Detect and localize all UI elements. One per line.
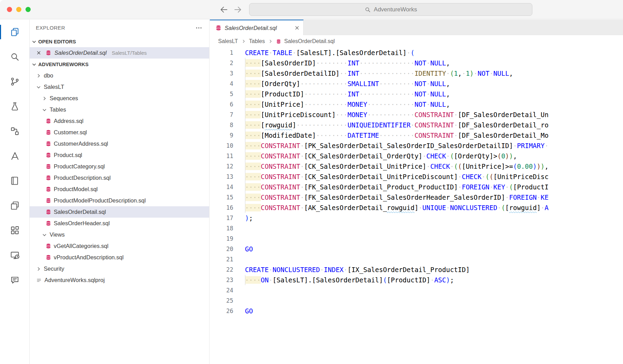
activity-tests-button[interactable] [0,94,29,119]
code-viewport[interactable]: 1CREATE·TABLE·[SalesLT].[SalesOrderDetai… [210,48,549,364]
code-line[interactable]: 5····[ProductID]···········INT··········… [210,89,549,99]
tree-item-label: ProductDescription.sql [54,175,111,181]
code-line[interactable]: 14····CONSTRAINT·[FK_SalesOrderDetail_Pr… [210,182,549,192]
database-icon [44,50,52,56]
code-line[interactable]: 11····CONSTRAINT·[CK_SalesOrderDetail_Or… [210,151,549,161]
explorer-title: EXPLORER [36,25,65,31]
activity-azure-button[interactable] [0,144,29,168]
tree-item-security[interactable]: Security [30,263,209,274]
close-window-button[interactable] [7,7,12,12]
code-line[interactable]: 16····CONSTRAINT·[AK_SalesOrderDetail_ro… [210,202,549,213]
code-line[interactable]: 4····[OrderQty]············SMALLINT·····… [210,79,549,89]
breadcrumb-item-file[interactable]: SalesOrderDetail.sql [284,38,335,44]
tree-item-adventureworks-sqlproj[interactable]: AdventureWorks.sqlproj [30,274,209,286]
code-line[interactable]: 25 [210,295,549,306]
activity-extensions-button[interactable] [0,218,29,243]
code-line[interactable]: 1CREATE·TABLE·[SalesLT].[SalesOrderDetai… [210,48,549,58]
code-line[interactable]: 8····[rowguid]·············UNIQUEIDENTIF… [210,120,549,130]
database-icon [44,118,52,125]
code-line-text: ····CONSTRAINT·[AK_SalesOrderDetail_rowg… [245,202,549,213]
database-icon [44,243,52,250]
section-open-editors[interactable]: OPEN EDITORS [30,36,209,47]
tree-item-productmodelproductdescription-sql[interactable]: ProductModelProductDescription.sql [30,195,209,206]
section-adventureworks[interactable]: ADVENTUREWORKS [30,59,209,70]
book-icon [10,176,20,186]
tree-item-tables[interactable]: Tables [30,104,209,115]
code-line[interactable]: 20GO [210,244,549,254]
tree-item-salesorderdetail-sql[interactable]: SalesOrderDetail.sql [30,206,209,218]
tree-item-sequences[interactable]: Sequences [30,93,209,104]
activity-editor-layout-button[interactable] [0,193,29,218]
close-icon[interactable] [35,50,42,56]
activity-symbols-button[interactable] [0,119,29,144]
code-line[interactable]: 18 [210,223,549,233]
tree-item-vproductanddescription-sql[interactable]: vProductAndDescription.sql [30,252,209,263]
tree-item-productdescription-sql[interactable]: ProductDescription.sql [30,172,209,184]
line-number: 23 [210,275,233,285]
editor: 1CREATE·TABLE·[SalesLT].[SalesOrderDetai… [210,48,623,364]
open-editor-item[interactable]: SalesOrderDetail.sql SalesLT/Tables [30,47,209,59]
section-label: OPEN EDITORS [38,39,76,44]
command-center-search[interactable]: AdventureWorks [249,3,532,16]
tab-salesorderdetail[interactable]: SalesOrderDetail.sql [210,20,304,35]
minimize-window-button[interactable] [16,7,21,12]
tree-item-label: ProductCategory.sql [54,163,105,170]
line-number: 7 [210,110,233,120]
database-icon [44,209,52,216]
activity-notebook-button[interactable] [0,168,29,193]
chevron-right-icon [268,39,273,44]
line-number: 20 [210,244,233,254]
tree-item-saleslt[interactable]: SalesLT [30,81,209,93]
code-line[interactable]: 21 [210,254,549,264]
tree-item-productcategory-sql[interactable]: ProductCategory.sql [30,161,209,172]
activity-remote-explorer-button[interactable] [0,243,29,268]
chevron-right-icon [241,39,246,44]
line-number: 10 [210,141,233,151]
more-actions-icon[interactable] [195,24,202,31]
open-editor-description: SalesLT/Tables [112,50,146,56]
tree-item-address-sql[interactable]: Address.sql [30,115,209,127]
database-icon [276,39,281,44]
activity-search-button[interactable] [0,44,29,69]
line-number: 19 [210,233,233,244]
code-line[interactable]: 24 [210,285,549,295]
code-line[interactable]: 19 [210,233,549,244]
close-tab-icon[interactable] [294,25,300,31]
code-line[interactable]: 22CREATE·NONCLUSTERED·INDEX·[IX_SalesOrd… [210,264,549,275]
activity-chat-button[interactable] [0,268,29,292]
line-number: 2 [210,58,233,68]
tree-item-customer-sql[interactable]: Customer.sql [30,127,209,138]
code-line[interactable]: 2····[SalesOrderID]········INT··········… [210,58,549,68]
code-line[interactable]: 13····CONSTRAINT·[CK_SalesOrderDetail_Un… [210,171,549,182]
code-line-text: ····CONSTRAINT·[CK_SalesOrderDetail_Orde… [245,151,517,161]
tree-item-customeraddress-sql[interactable]: CustomerAddress.sql [30,138,209,149]
tree-item-dbo[interactable]: dbo [30,70,209,81]
navigate-forward-button[interactable] [232,4,243,15]
code-line[interactable]: 17); [210,213,549,223]
tree-item-label: AdventureWorks.sqlproj [44,277,105,283]
code-line-text: ····[UnitPrice]···········MONEY·········… [245,99,450,110]
code-line[interactable]: 3····[SalesOrderDetailID]··INT··········… [210,68,549,79]
tree-item-productmodel-sql[interactable]: ProductModel.sql [30,184,209,195]
code-line-text: GO [245,306,253,316]
tree-item-salesorderheader-sql[interactable]: SalesOrderHeader.sql [30,218,209,229]
activity-source-control-button[interactable] [0,69,29,94]
minimap-area [549,48,623,364]
code-line[interactable]: 7····[UnitPriceDiscount]···MONEY········… [210,110,549,120]
code-line[interactable]: 12····CONSTRAINT·[CK_SalesOrderDetail_Un… [210,161,549,171]
code-line[interactable]: 15····CONSTRAINT·[FK_SalesOrderDetail_Sa… [210,192,549,202]
tree-item-vgetallcategories-sql[interactable]: vGetAllCategories.sql [30,240,209,252]
code-line[interactable]: 26GO [210,306,549,316]
zoom-window-button[interactable] [25,7,31,12]
azure-a-icon [10,151,20,161]
breadcrumb-item-folder[interactable]: Tables [249,38,265,44]
tree-item-product-sql[interactable]: Product.sql [30,149,209,161]
activity-explorer-button[interactable] [0,20,29,44]
tree-item-views[interactable]: Views [30,229,209,240]
code-line[interactable]: 6····[UnitPrice]···········MONEY········… [210,99,549,110]
navigate-back-button[interactable] [218,4,229,15]
code-line[interactable]: 9····[ModifiedDate]········DATETIME·····… [210,130,549,141]
code-line[interactable]: 10····CONSTRAINT·[PK_SalesOrderDetail_Sa… [210,141,549,151]
breadcrumb-item-schema[interactable]: SalesLT [218,38,238,44]
code-line[interactable]: 23····ON·[SalesLT].[SalesOrderDetail]([P… [210,275,549,285]
